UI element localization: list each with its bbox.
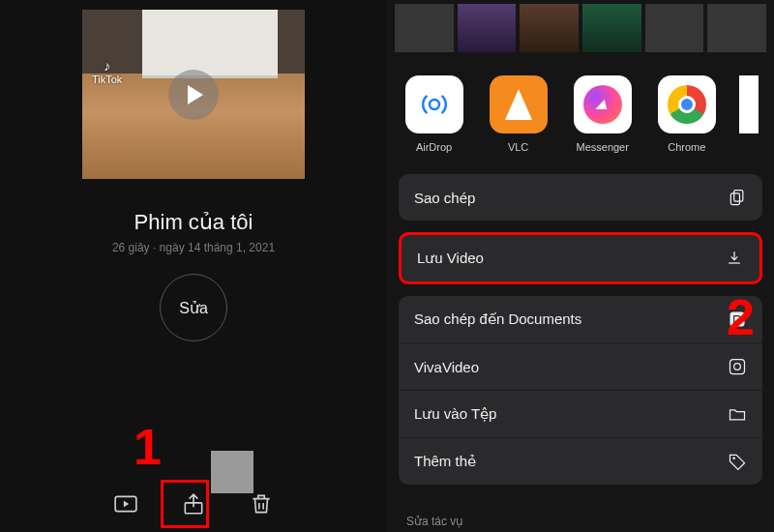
action-label: Thêm thẻ — [414, 453, 476, 470]
thumbnail[interactable] — [707, 4, 766, 52]
action-label: VivaVideo — [414, 359, 479, 375]
download-icon — [725, 249, 744, 268]
chrome-icon — [658, 75, 716, 133]
folder-icon — [728, 404, 747, 424]
svg-point-7 — [734, 364, 741, 370]
annotation-step-2: 2 — [727, 288, 755, 346]
tiktok-watermark: ♪ TikTok — [92, 58, 122, 85]
svg-point-8 — [732, 457, 735, 459]
share-app-vlc[interactable]: VLC — [487, 75, 550, 153]
movie-subtitle: 26 giây · ngày 14 tháng 1, 2021 — [112, 241, 275, 254]
share-app-more[interactable] — [739, 75, 759, 133]
thumbnail[interactable] — [520, 4, 579, 52]
action-save-to-files[interactable]: Lưu vào Tệp — [399, 391, 762, 438]
svg-rect-6 — [730, 360, 745, 374]
share-app-messenger[interactable]: Messenger — [571, 75, 634, 153]
action-vivavideo[interactable]: VivaVideo — [399, 343, 762, 391]
annotation-step-1: 1 — [134, 418, 162, 476]
messenger-icon — [574, 75, 632, 133]
actions-list: Sao chép Lưu Video Sao chép đến Document… — [399, 174, 762, 496]
video-thumbnail[interactable]: ♪ TikTok — [82, 10, 305, 179]
share-sheet-pane: AirDrop VLC Messenger Chrome Sao — [387, 0, 774, 532]
app-icon-partial — [739, 75, 759, 133]
edit-button[interactable]: Sửa — [160, 274, 227, 341]
thumbnail[interactable] — [458, 4, 517, 52]
share-app-airdrop[interactable]: AirDrop — [402, 75, 465, 153]
vlc-icon — [490, 75, 548, 133]
action-label: Sao chép — [414, 190, 475, 206]
action-group: Sao chép — [399, 174, 762, 221]
music-note-icon: ♪ — [104, 58, 110, 74]
thumbnail[interactable] — [645, 4, 704, 52]
action-copy-to-documents[interactable]: Sao chép đến Documents — [399, 296, 762, 343]
app-label: AirDrop — [416, 141, 452, 153]
share-app-chrome[interactable]: Chrome — [655, 75, 718, 153]
vivavideo-icon — [728, 357, 747, 376]
play-rect-icon[interactable] — [109, 488, 142, 520]
app-label: Messenger — [576, 141, 628, 153]
app-label: VLC — [508, 141, 528, 153]
action-copy[interactable]: Sao chép — [399, 174, 762, 221]
app-label: Chrome — [668, 141, 705, 153]
gray-overlay — [211, 451, 253, 493]
action-label: Sao chép đến Documents — [414, 310, 581, 328]
annotation-highlight-save: Lưu Video — [399, 232, 762, 284]
movie-detail-pane: ♪ TikTok Phim của tôi 26 giây · ngày 14 … — [0, 0, 387, 532]
svg-rect-3 — [734, 191, 743, 202]
action-add-tags[interactable]: Thêm thẻ — [399, 438, 762, 485]
share-button[interactable] — [177, 488, 210, 520]
edit-label: Sửa — [179, 299, 208, 317]
bottom-toolbar — [0, 488, 387, 520]
thumbnail[interactable] — [582, 4, 641, 52]
play-icon[interactable] — [168, 70, 219, 120]
tag-icon — [728, 452, 747, 471]
action-group: Sao chép đến Documents VivaVideo Lưu vào… — [399, 296, 762, 485]
action-save-video[interactable]: Lưu Video — [402, 235, 759, 281]
edit-actions-link[interactable]: Sửa tác vụ — [406, 515, 463, 528]
action-label: Lưu Video — [417, 250, 484, 267]
share-app-row: AirDrop VLC Messenger Chrome — [387, 52, 774, 161]
recent-thumbnails — [387, 0, 774, 52]
svg-rect-4 — [730, 193, 739, 205]
movie-title: Phim của tôi — [134, 210, 253, 235]
thumbnail[interactable] — [395, 4, 454, 52]
copy-icon — [728, 188, 747, 207]
svg-point-2 — [430, 100, 439, 109]
action-label: Lưu vào Tệp — [414, 405, 496, 423]
airdrop-icon — [405, 75, 463, 133]
